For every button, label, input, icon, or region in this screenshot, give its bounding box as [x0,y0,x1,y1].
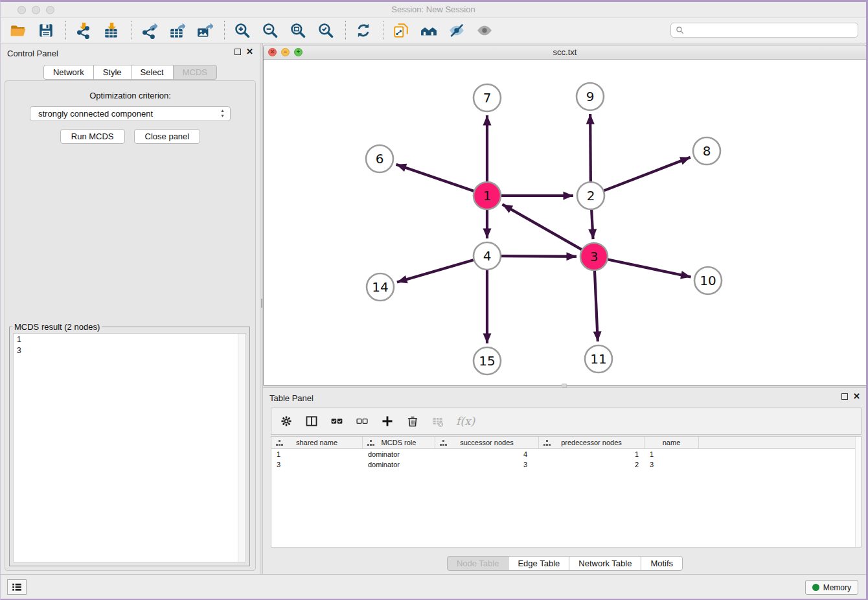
tab-edge-table[interactable]: Edge Table [508,556,569,571]
table-cell[interactable]: dominator [363,449,435,459]
tab-network[interactable]: Network [43,65,94,80]
graph-node-2[interactable]: 2 [577,182,604,209]
graph-node-8[interactable]: 8 [693,137,720,165]
export-image-button[interactable] [195,21,214,40]
table-cell[interactable]: 2 [539,459,645,470]
refresh-button[interactable] [354,21,373,40]
save-button[interactable] [36,21,56,40]
tab-node-table[interactable]: Node Table [447,556,509,571]
graph-node-7[interactable]: 7 [474,84,501,111]
zoom-selected-button[interactable] [316,21,336,40]
table-cell[interactable]: dominator [363,459,435,470]
graph-node-3[interactable]: 3 [580,243,608,270]
result-item[interactable]: 3 [14,345,246,356]
graph-edge-2-8[interactable] [604,157,691,190]
column-header-name[interactable]: name [645,437,699,448]
table-row[interactable]: 3dominator323 [271,459,861,470]
column-header-shared-name[interactable]: shared name [271,437,363,448]
add-column-button[interactable] [380,414,394,428]
column-header-successor-nodes[interactable]: successor nodes [435,437,539,448]
open-folder-icon [10,22,27,39]
maximize-window-icon[interactable] [46,6,54,14]
mcds-result-list[interactable]: 13 [13,333,246,562]
graph-edge-3-11[interactable] [595,271,598,341]
graph-node-1[interactable]: 1 [474,182,501,209]
tab-mcds[interactable]: MCDS [173,65,217,80]
graph-edge-4-3[interactable] [501,256,577,257]
graph-edge-2-9[interactable] [590,114,591,181]
close-panel-button[interactable]: Close panel [134,129,201,144]
delete-column-button[interactable] [405,414,420,428]
network-window-titlebar[interactable]: ✕ − + scc.txt [264,45,866,60]
show-all-button[interactable] [475,21,494,40]
network-minimize-icon[interactable]: − [281,48,290,56]
column-header-predecessor-nodes[interactable]: predecessor nodes [539,437,645,448]
zoom-out-button[interactable] [260,21,280,40]
splitter-grip[interactable] [261,299,262,308]
graph-node-14[interactable]: 14 [367,273,394,301]
close-window-icon[interactable] [17,6,26,14]
select-all-button[interactable] [330,414,344,428]
table-cell[interactable]: 3 [435,459,539,470]
column-header-MCDS-role[interactable]: MCDS role [363,437,435,448]
duplicate-network-button[interactable] [391,21,411,40]
table-cell[interactable]: 1 [645,449,699,459]
export-network-button[interactable] [139,21,159,40]
close-panel-icon[interactable]: ✕ [246,48,253,56]
main-toolbar [1,17,866,43]
table-cell[interactable]: 1 [271,449,363,459]
column-button[interactable] [304,414,319,428]
node-label: 8 [703,143,711,159]
open-folder-button[interactable] [8,21,28,40]
minimize-window-icon[interactable] [32,6,40,14]
graph-node-9[interactable]: 9 [577,83,604,110]
close-panel-icon[interactable]: ✕ [853,393,860,400]
table-cell[interactable]: 3 [645,459,699,470]
float-panel-icon[interactable] [841,393,848,400]
zoom-fit-button[interactable] [288,21,308,40]
export-table-button[interactable] [167,21,187,40]
tab-select[interactable]: Select [131,65,174,80]
table-cell[interactable]: 3 [271,459,363,470]
graph-node-6[interactable]: 6 [366,145,393,172]
tab-network-table[interactable]: Network Table [569,556,641,571]
import-table-button[interactable] [102,21,121,40]
zoom-in-button[interactable] [233,21,252,40]
network-close-icon[interactable]: ✕ [268,48,277,56]
network-canvas-svg[interactable]: 1234678910111415 [264,60,866,385]
table-scrollbar[interactable] [855,437,861,547]
optimization-criterion-select[interactable]: strongly connected component ▲▼ [30,106,231,121]
tab-style[interactable]: Style [93,65,131,80]
deselect-all-button[interactable] [355,414,369,428]
first-neighbors-button[interactable] [419,21,439,40]
search-field[interactable] [670,23,858,38]
hide-selected-button[interactable] [447,21,466,40]
graph-edge-3-1[interactable] [502,204,581,249]
table-cell[interactable]: 4 [435,449,539,459]
import-network-button[interactable] [74,21,93,40]
memory-button[interactable]: Memory [805,580,858,595]
node-table[interactable]: shared nameMCDS rolesuccessor nodesprede… [271,436,862,548]
task-history-button[interactable] [7,579,27,595]
result-scrollbar[interactable] [238,334,246,562]
tab-motifs[interactable]: Motifs [641,556,683,571]
network-zoom-icon[interactable]: + [294,48,303,56]
graph-edge-2-3[interactable] [591,210,593,239]
zoom-out-icon [262,22,279,39]
table-panel: Table Panel ✕ f(x) shared nameMCDS roles… [263,387,867,576]
graph-node-11[interactable]: 11 [585,345,612,373]
graph-node-4[interactable]: 4 [474,242,501,270]
table-cell[interactable]: 1 [539,449,645,459]
graph-edge-1-6[interactable] [396,165,474,191]
float-panel-icon[interactable] [234,49,241,55]
run-mcds-button[interactable]: Run MCDS [60,129,125,144]
graph-edge-4-14[interactable] [397,260,474,282]
graph-node-10[interactable]: 10 [694,267,722,294]
table-row[interactable]: 1dominator411 [271,449,861,459]
window-title: Session: New Session [1,2,866,17]
result-item[interactable]: 1 [14,334,246,345]
graph-edge-3-10[interactable] [608,260,691,277]
graph-node-15[interactable]: 15 [474,347,501,375]
search-input[interactable] [687,26,858,35]
gear-button[interactable] [279,414,293,428]
